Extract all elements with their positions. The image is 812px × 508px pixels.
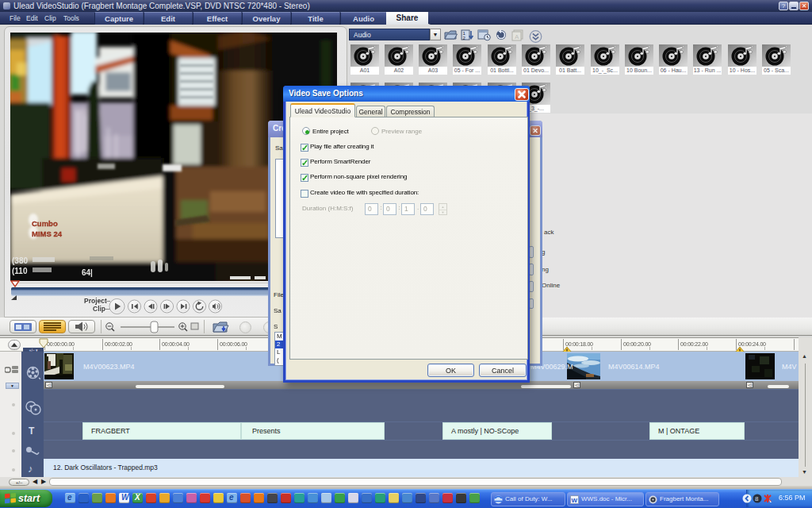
svg-text:W: W: [572, 497, 578, 504]
svg-text:8: 8: [755, 495, 759, 502]
svg-text:(380: (380: [12, 256, 28, 265]
svg-text:64|: 64|: [82, 268, 93, 277]
svg-text:A: A: [515, 33, 519, 40]
svg-text:(110: (110: [12, 267, 28, 275]
svg-text:MIMS 24: MIMS 24: [32, 229, 63, 238]
svg-text:Cumbo: Cumbo: [32, 219, 58, 228]
